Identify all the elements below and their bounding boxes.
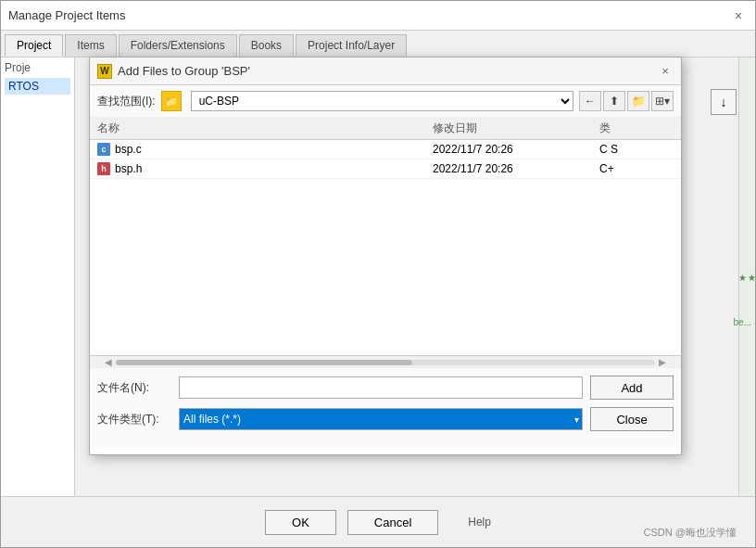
tabs-bar: Project Items Folders/Extensions Books P…: [1, 31, 755, 57]
tab-folders-extensions[interactable]: Folders/Extensions: [119, 34, 237, 57]
arrow-down-button[interactable]: ↓: [711, 89, 737, 115]
col-date: 修改日期: [433, 121, 599, 136]
left-panel-header: Proje: [5, 61, 70, 74]
green-accent: be...: [734, 317, 751, 327]
help-label: Help: [468, 516, 491, 529]
file-row[interactable]: c bsp.c 2022/11/7 20:26 C S: [90, 140, 681, 159]
create-folder-icon-btn[interactable]: 📁: [627, 91, 649, 111]
col-type: 类: [599, 121, 674, 136]
file-list-body: c bsp.c 2022/11/7 20:26 C S h bsp.h 2022…: [90, 140, 681, 355]
col-name: 名称: [97, 121, 433, 136]
file-type-bsp-h: C+: [599, 162, 674, 175]
file-name-bsp-h: bsp.h: [115, 162, 142, 175]
toolbar-icons: ← ⬆ 📁 ⊞▾: [579, 91, 674, 111]
inner-title-left: W Add Files to Group 'BSP': [97, 64, 250, 79]
inner-dialog-icon: W: [97, 64, 112, 79]
tree-item-rtos[interactable]: RTOS: [5, 78, 70, 95]
file-type-select[interactable]: All files (*.*): [179, 408, 583, 430]
file-list-area: 名称 修改日期 类 c bsp.c 2022/11/7 20:26 C S h …: [90, 118, 681, 368]
file-icon-h: h: [97, 162, 110, 175]
file-type-label: 文件类型(T):: [97, 412, 171, 427]
file-name-input[interactable]: [179, 376, 583, 399]
tab-project-info[interactable]: Project Info/Layer: [296, 34, 407, 57]
up-folder-icon-btn[interactable]: ⬆: [603, 91, 625, 111]
toolbar-look-in-label: 查找范围(I):: [97, 94, 156, 109]
add-button[interactable]: Add: [590, 376, 674, 400]
form-row-filename: 文件名(N): Add: [97, 376, 674, 400]
cancel-button[interactable]: Cancel: [347, 510, 438, 535]
file-icon-c: c: [97, 143, 110, 156]
left-panel: Proje RTOS: [1, 57, 75, 497]
look-in-select[interactable]: uC-BSP: [191, 91, 573, 111]
inner-dialog-title: Add Files to Group 'BSP': [118, 64, 250, 78]
file-name-label: 文件名(N):: [97, 380, 171, 396]
view-icon-btn[interactable]: ⊞▾: [651, 91, 674, 111]
form-btn-col: Add: [590, 376, 674, 400]
close-button[interactable]: Close: [590, 407, 674, 431]
back-icon-btn[interactable]: ←: [579, 91, 601, 111]
right-accent: ★★: [738, 57, 755, 497]
outer-close-button[interactable]: ×: [729, 6, 748, 25]
outer-window-title: Manage Project Items: [8, 8, 125, 22]
folder-icon: 📁: [161, 91, 182, 111]
accent-dots: ★★: [738, 273, 757, 283]
bottom-bar: OK Cancel Help: [1, 496, 755, 547]
file-date-bsp-c: 2022/11/7 20:26: [433, 143, 599, 156]
file-name-cell-bsp-h: h bsp.h: [97, 162, 433, 175]
inner-dialog: W Add Files to Group 'BSP' × 查找范围(I): 📁 …: [89, 57, 682, 455]
file-list-header: 名称 修改日期 类: [90, 118, 681, 140]
inner-close-button[interactable]: ×: [657, 63, 674, 80]
file-row[interactable]: h bsp.h 2022/11/7 20:26 C+: [90, 159, 681, 179]
outer-window: Manage Project Items × Project Items Fol…: [0, 0, 756, 548]
tab-books[interactable]: Books: [239, 34, 294, 57]
tab-project[interactable]: Project: [5, 34, 63, 57]
file-name-bsp-c: bsp.c: [115, 143, 142, 156]
inner-toolbar: 查找范围(I): 📁 uC-BSP ← ⬆ 📁 ⊞▾: [90, 85, 681, 118]
inner-form: 文件名(N): Add 文件类型(T): All files (*.*) ▾ C…: [90, 368, 681, 446]
ok-button[interactable]: OK: [265, 510, 336, 535]
file-name-cell-bsp-c: c bsp.c: [97, 143, 433, 156]
horizontal-scrollbar[interactable]: ◀ ▶: [90, 355, 681, 368]
tab-items[interactable]: Items: [65, 34, 116, 57]
watermark: CSDN @晦也没学懂: [644, 526, 737, 540]
outer-titlebar: Manage Project Items ×: [1, 1, 755, 31]
file-date-bsp-h: 2022/11/7 20:26: [433, 162, 599, 175]
scrollbar-track: [116, 360, 655, 365]
form-close-btn-col: Close: [590, 407, 674, 431]
file-type-select-wrapper: All files (*.*) ▾: [179, 408, 583, 430]
form-row-filetype: 文件类型(T): All files (*.*) ▾ Close: [97, 407, 674, 431]
scrollbar-thumb: [116, 360, 412, 365]
file-type-bsp-c: C S: [599, 143, 674, 156]
inner-titlebar: W Add Files to Group 'BSP' ×: [90, 57, 681, 85]
